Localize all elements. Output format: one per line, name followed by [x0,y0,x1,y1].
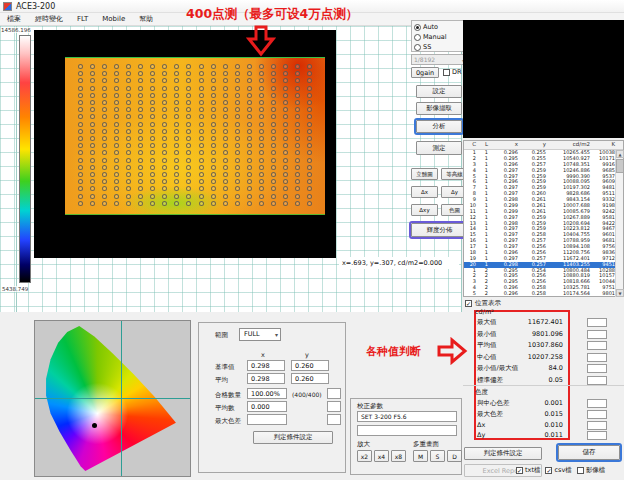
measure-point [90,150,95,155]
settings-button[interactable]: 設定 [416,85,462,98]
scroll-down-icon[interactable]: ▼ [616,289,624,297]
multi-S-button[interactable]: S [430,450,445,462]
average-y-field[interactable]: 0.260 [291,373,329,384]
image-capture-button[interactable]: 影像擷取 [416,102,462,115]
luminance-distribution-button[interactable]: 輝度分佈 [411,223,468,237]
pass-judge-box [327,388,341,399]
measure-point [271,129,276,134]
analyze-button[interactable]: 分析 [416,120,462,133]
measure-point [186,158,191,163]
measure-point [78,86,83,91]
reference-y-field[interactable]: 0.260 [291,360,329,371]
measure-point [126,172,131,177]
result-judge-box [587,431,607,440]
zoom-x4-button[interactable]: x4 [374,450,389,462]
stereo-view-button[interactable]: 立體圖 [411,168,438,180]
measure-point [283,150,288,155]
save-button[interactable]: 儲存 [558,445,620,460]
judge-condition-button[interactable]: 判定條件設定 [253,431,333,444]
measure-point [90,143,95,148]
delta-x-button[interactable]: Δx [411,186,438,198]
measure-point [138,186,143,191]
dr-checkbox[interactable] [443,69,450,76]
table-scrollbar[interactable]: ▲ ▼ [615,150,623,297]
measure-point [259,129,264,134]
measure-point [247,122,252,127]
file-option-csv檔[interactable]: ✓ csv檔 [545,466,571,475]
table-cell: 0.258 [520,291,548,297]
measure-point [186,179,191,184]
measure-point [307,201,312,206]
measure-point [174,194,179,199]
multi-M-button[interactable]: M [413,450,428,462]
file-option-影像檔[interactable]: 影像檔 [577,466,606,475]
file-checkbox[interactable] [577,467,584,474]
file-checkbox[interactable]: ✓ [516,467,523,474]
measure-point [199,129,204,134]
dr-checkbox-row[interactable]: DR [443,68,462,76]
measure-point [199,165,204,170]
scrollbar-thumb[interactable] [616,159,624,173]
measure-point [90,122,95,127]
measure-point [102,179,107,184]
measure-point [283,100,288,105]
measure-point [247,201,252,206]
calibration-param2-field[interactable] [357,425,457,436]
measure-point [223,150,228,155]
table-row[interactable]: 520.2960.25810174.5649801 [464,291,623,297]
measure-point [102,86,107,91]
range-select[interactable]: FULL ▾ [239,328,281,341]
menu-item-4[interactable]: 幫助 [132,14,160,24]
radio-auto[interactable]: Auto [414,22,465,32]
zoom-x8-button[interactable]: x8 [391,450,406,462]
radio-icon [414,34,421,41]
judge-condition-button-2[interactable]: 判定條件設定 [464,447,542,460]
zoom-x2-button[interactable]: x2 [357,450,372,462]
measure-point [247,93,252,98]
scroll-up-icon[interactable]: ▲ [616,150,624,158]
radio-manual[interactable]: Manual [414,32,465,42]
result-value: 0.001 [544,399,563,407]
table-body[interactable]: 110.2960.25510265.45510038210.2950.25510… [464,150,623,297]
zero-gain-button[interactable]: 0gain [411,67,439,78]
measurement-image-panel[interactable] [34,30,336,258]
menu-item-0[interactable]: 檔案 [0,14,28,24]
menu-item-1[interactable]: 經時變化 [28,14,70,24]
measure-point [211,114,216,119]
measure-point [199,64,204,69]
measure-point [235,100,240,105]
cie-chromaticity-panel [34,320,191,477]
measure-point [150,201,155,206]
avgnum-label: 平均數 [215,404,235,413]
file-option-txt檔[interactable]: ✓ txt檔 [516,466,540,475]
menu-item-3[interactable]: Mobile [95,15,132,23]
measure-point [174,114,179,119]
shutter-select[interactable]: 1/8192 ▾ [411,54,468,65]
measure-point [235,143,240,148]
measure-point [223,122,228,127]
measurement-table[interactable]: CLxycd/m2K 110.2960.25510265.45510038210… [463,140,624,297]
result-value: 10207.258 [528,353,563,361]
calibration-param-field[interactable]: SET 3-200 F5.6 [357,411,457,422]
file-checkbox[interactable]: ✓ [545,467,552,474]
multi-D-button[interactable]: D [447,450,462,462]
measure-point [235,172,240,177]
luminance-heatmap[interactable] [65,57,325,215]
range-judgement-group: 範圍 FULL ▾ x y 基準值 0.298 0.260 平均 0.298 0… [198,322,346,473]
delta-xy-button[interactable]: Δxy [411,204,438,216]
measure-point [174,150,179,155]
menu-item-2[interactable]: FLT [70,15,95,23]
measure-point [199,78,204,83]
measure-point [126,194,131,199]
file-label: 影像檔 [586,466,606,475]
average-x-field[interactable]: 0.298 [247,373,285,384]
measure-point [199,194,204,199]
result-label: 最大值 [477,318,497,327]
measure-point [114,172,119,177]
position-display-checkbox[interactable]: ✓ [465,300,472,307]
measure-button[interactable]: 測定 [416,141,462,155]
measure-point [271,150,276,155]
reference-x-field[interactable]: 0.298 [247,360,285,371]
radio-ss[interactable]: SS [414,42,465,52]
measure-point [211,165,216,170]
